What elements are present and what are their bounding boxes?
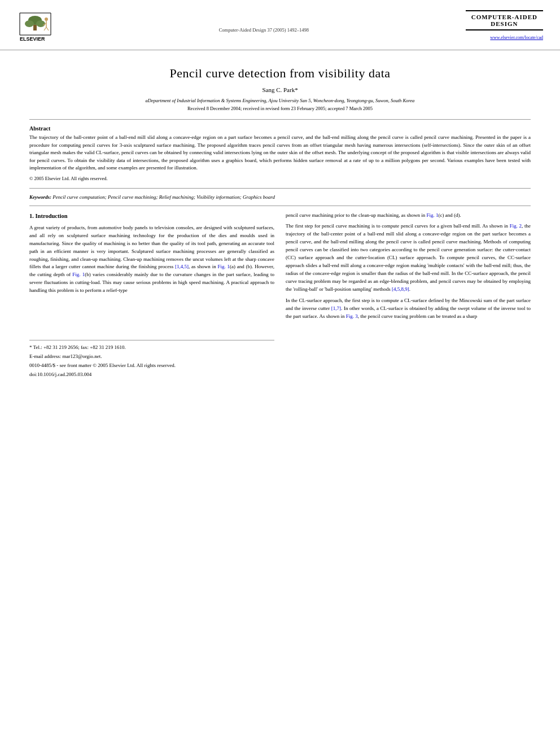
authors: Sang C. Park* <box>29 86 531 93</box>
divider-keywords <box>29 188 531 189</box>
svg-point-5 <box>45 18 48 21</box>
copyright: © 2005 Elsevier Ltd. All rights reserved… <box>29 176 531 181</box>
intro-right-p3: In the CL-surface approach, the first st… <box>286 297 531 321</box>
keywords-line: Keywords: Pencil curve computation; Penc… <box>29 194 531 200</box>
svg-rect-4 <box>33 25 37 30</box>
intro-right-p2: The first step for pencil curve machinin… <box>286 222 531 293</box>
page: ELSEVIER Computer-Aided Design 37 (2005)… <box>0 0 560 747</box>
journal-title-line1: COMPUTER-AIDED <box>471 14 537 20</box>
col-left: 1. Introduction A great variety of produ… <box>29 212 274 380</box>
ref-fig1ab[interactable]: Fig. 1 <box>217 264 230 269</box>
ref-4-5-8-9[interactable]: [4,5,8,9] <box>392 286 409 292</box>
col-right: pencil curve machining prior to the clea… <box>286 212 531 380</box>
elsevier-logo: ELSEVIER <box>17 10 62 44</box>
journal-title-box: COMPUTER-AIDED DESIGN <box>466 10 543 30</box>
header-right: COMPUTER-AIDED DESIGN www.elsevier.com/l… <box>466 10 543 40</box>
ref-fig2[interactable]: Fig. 2 <box>510 223 522 229</box>
footnote-email: E-mail address: mar123@orgio.net. <box>29 353 274 361</box>
divider-body <box>29 206 531 206</box>
footer-notes: * Tel.: +82 31 219 2656; fax: +82 31 219… <box>29 340 274 379</box>
abstract-section: Abstract The trajectory of the ball-cent… <box>29 125 531 181</box>
abstract-text: The trajectory of the ball-center point … <box>29 134 531 172</box>
header-left: ELSEVIER <box>17 10 62 44</box>
svg-point-3 <box>36 20 45 27</box>
journal-url[interactable]: www.elsevier.com/locate/cad <box>490 35 543 40</box>
svg-point-2 <box>25 20 34 27</box>
footnote-tel: * Tel.: +82 31 219 2656; fax: +82 31 219… <box>29 344 274 352</box>
header: ELSEVIER Computer-Aided Design 37 (2005)… <box>0 0 560 50</box>
body-two-col: 1. Introduction A great variety of produ… <box>29 212 531 380</box>
journal-citation: Computer-Aided Design 37 (2005) 1492–149… <box>219 27 309 33</box>
ref-1-7[interactable]: [1,7] <box>331 305 341 311</box>
ref-fig1b[interactable]: Fig. 1 <box>72 272 85 277</box>
paper-title: Pencil curve detection from visibility d… <box>29 66 531 81</box>
footnote-doi: doi:10.1016/j.cad.2005.03.004 <box>29 371 274 379</box>
received-dates: Received 8 December 2004; received in re… <box>29 106 531 111</box>
intro-heading: 1. Introduction <box>29 212 274 221</box>
abstract-heading: Abstract <box>29 125 531 132</box>
intro-left-p1: A great variety of products, from automo… <box>29 224 274 295</box>
main-content: Pencil curve detection from visibility d… <box>0 50 560 391</box>
footnote-issn: 0010-4485/$ - see front matter © 2005 El… <box>29 362 274 370</box>
ref-fig3[interactable]: Fig. 3 <box>346 313 358 319</box>
keywords-label: Keywords: <box>29 194 51 200</box>
affiliation: aDepartment of Industrial Information & … <box>29 98 531 103</box>
intro-right-p1: pencil curve machining prior to the clea… <box>286 212 531 220</box>
svg-text:ELSEVIER: ELSEVIER <box>20 36 45 42</box>
ref-1-4-5[interactable]: [1,4,5] <box>175 264 189 269</box>
journal-title-line2: DESIGN <box>471 20 537 27</box>
divider-top <box>29 119 531 120</box>
header-citation: Computer-Aided Design 37 (2005) 1492–149… <box>219 10 309 33</box>
keywords-text: Pencil curve computation; Pencil curve m… <box>53 194 275 200</box>
ref-fig1cd[interactable]: Fig. 1 <box>426 212 438 218</box>
